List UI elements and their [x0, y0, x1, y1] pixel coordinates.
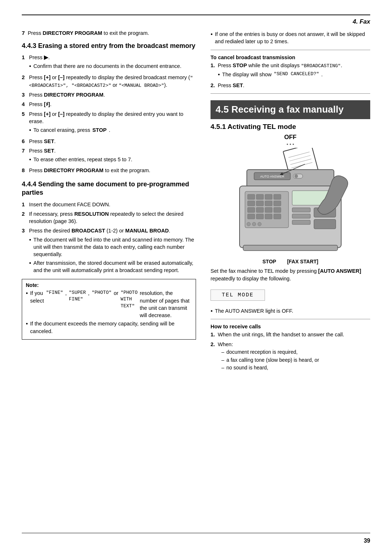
svg-point-29 [252, 222, 256, 226]
two-column-layout: 7 Press DIRECTORY PROGRAM to exit the pr… [22, 29, 370, 374]
divider-2 [211, 93, 370, 94]
step-8: 8 Press DIRECTORY PROGRAM to exit the pr… [22, 167, 196, 174]
how-to-receive-heading: How to receive calls [211, 324, 370, 329]
svg-rect-16 [248, 201, 255, 206]
svg-rect-15 [274, 194, 281, 199]
step-7: 7 Press SET. To erase other entries, rep… [22, 147, 196, 165]
svg-rect-23 [274, 207, 281, 212]
bottom-rule [22, 533, 370, 533]
svg-rect-25 [256, 214, 264, 219]
cancel-step-2: 2. Press SET. [211, 82, 370, 89]
divider-1 [211, 50, 370, 50]
chapter-header: 4. Fax [22, 18, 370, 25]
svg-text:AUTO ANSWER: AUTO ANSWER [260, 175, 285, 178]
fax-start-bracket-close: ] [317, 259, 318, 264]
section-title-444: Sending the same document to pre-program… [22, 181, 189, 196]
svg-rect-18 [265, 201, 272, 206]
off-label: OFF [284, 134, 297, 141]
section-num-444: 4.4.4 [22, 181, 36, 188]
svg-rect-14 [265, 194, 272, 199]
svg-rect-32 [292, 208, 310, 212]
section-4-4-3-heading: 4.4.3 Erasing a stored entry from the br… [22, 42, 196, 50]
section-4-5-title: 4.5 Receiving a fax manually [216, 104, 365, 115]
bottom-labels: STOP [FAX START] [262, 258, 318, 264]
cancel-broadcast-heading: To cancel broadcast transmission [211, 54, 370, 60]
cancel-step-1: 1. Press STOP while the unit displays "B… [211, 62, 370, 80]
step-444-1: 1 Insert the document FACE DOWN. [22, 201, 196, 208]
divider-3 [211, 319, 370, 319]
svg-rect-22 [265, 207, 272, 212]
svg-rect-36 [314, 219, 336, 229]
svg-point-30 [258, 222, 261, 226]
section-num-443: 4.4.3 [22, 42, 36, 49]
note-title: Note: [26, 282, 192, 288]
svg-rect-34 [292, 220, 310, 224]
intro-text: Set the fax machine to TEL mode by press… [211, 267, 370, 283]
fax-start-label: FAX START [289, 259, 317, 264]
left-column: 7 Press DIRECTORY PROGRAM to exit the pr… [22, 29, 196, 374]
step7-bold: DIRECTORY PROGRAM [43, 30, 102, 36]
svg-rect-33 [292, 214, 310, 218]
svg-rect-21 [256, 207, 264, 212]
tel-mode-bullets: The AUTO ANSWER light is OFF. [211, 307, 370, 315]
fax-machine-svg: AUTO ANSWER [225, 148, 356, 257]
section-4-5-1-heading: 4.5.1 Activating TEL mode [211, 123, 370, 131]
page: 4. Fax 7 Press DIRECTORY PROGRAM to exit… [0, 0, 392, 555]
step-444-2: 2 If necessary, press RESOLUTION repeate… [22, 210, 196, 225]
svg-rect-17 [256, 201, 264, 206]
step-1: 1 Press ▶. Confirm that there are no doc… [22, 54, 196, 72]
receive-step-2: 2. When: document reception is required,… [211, 341, 370, 372]
step-2: 2 Press [+] or [–] repeatedly to display… [22, 74, 196, 89]
stop-label: STOP [262, 259, 276, 264]
step-6: 6 Press SET. [22, 138, 196, 145]
page-number: 39 [364, 538, 370, 544]
steps-4-4-4: 1 Insert the document FACE DOWN. 2 If ne… [22, 201, 196, 276]
section-title-443: Erasing a stored entry from the broadcas… [38, 42, 195, 49]
svg-rect-13 [256, 194, 264, 199]
receive-step-1: 1. When the unit rings, lift the handset… [211, 331, 370, 338]
step7-continuation: 7 Press DIRECTORY PROGRAM to exit the pr… [22, 29, 196, 37]
step-4: 4 Press [♯]. [22, 101, 196, 108]
tel-mode-display: TEL MODE [211, 289, 265, 301]
stop-label-container: STOP [262, 258, 276, 264]
fax-illustration: OFF • • • [211, 134, 370, 264]
svg-rect-24 [248, 214, 255, 219]
fax-start-label-container: [FAX START] [287, 258, 318, 264]
how-to-receive-steps: 1. When the unit rings, lift the handset… [211, 331, 370, 372]
tel-mode-display-container: TEL MODE [211, 286, 370, 304]
svg-rect-12 [248, 194, 255, 199]
section-4-4-4-heading: 4.4.4 Sending the same document to pre-p… [22, 180, 196, 197]
svg-rect-26 [265, 214, 272, 219]
svg-rect-20 [248, 207, 255, 212]
svg-point-28 [247, 222, 250, 226]
off-dots: • • • [287, 142, 294, 147]
svg-rect-19 [274, 201, 281, 206]
step-444-3: 3 Press the desired BROADCAST (1-2) or M… [22, 227, 196, 275]
note-box: Note: If you select "FINE", "SUPER FINE"… [22, 279, 196, 340]
step-5: 5 Press [+] or [–] repeatedly to display… [22, 110, 196, 135]
svg-rect-37 [243, 245, 338, 251]
cancel-broadcast-steps: 1. Press STOP while the unit displays "B… [211, 62, 370, 89]
steps-4-4-3: 1 Press ▶. Confirm that there are no doc… [22, 54, 196, 174]
svg-point-9 [294, 174, 298, 178]
right-column: If one of the entries is busy or does no… [211, 29, 370, 374]
right-top-bullets: If one of the entries is busy or does no… [211, 31, 370, 45]
step-3: 3 Press DIRECTORY PROGRAM. [22, 91, 196, 98]
section-4-5-block: 4.5 Receiving a fax manually [211, 100, 370, 119]
svg-rect-27 [274, 214, 281, 219]
top-rule [22, 15, 370, 15]
